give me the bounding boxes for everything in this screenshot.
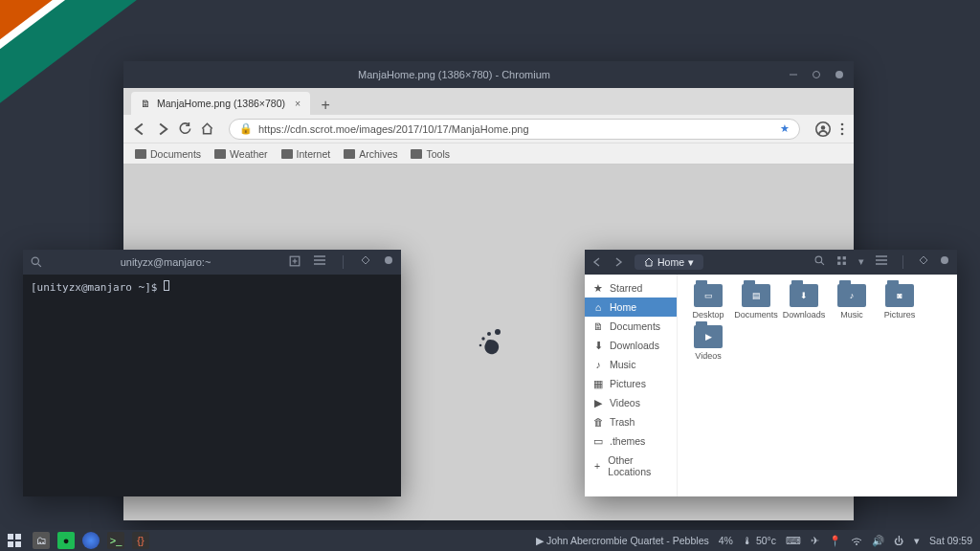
fm-content[interactable]: ▭Desktop▤Documents⬇Downloads♪Music◙Pictu… xyxy=(678,275,957,496)
address-bar[interactable]: 🔒 https://cdn.scrot.moe/images/2017/10/1… xyxy=(229,119,800,140)
search-icon[interactable] xyxy=(814,255,825,269)
svg-rect-26 xyxy=(843,262,846,265)
now-playing[interactable]: ▶John Abercrombie Quartet - Pebbles xyxy=(536,535,709,546)
sidebar-item-documents[interactable]: 🗎Documents xyxy=(585,317,677,336)
sidebar-item-music[interactable]: ♪Music xyxy=(585,355,677,374)
bookmark-folder[interactable]: Documents xyxy=(135,147,201,160)
minimize-button[interactable] xyxy=(361,255,370,269)
sidebar-item-pictures[interactable]: ▦Pictures xyxy=(585,374,677,393)
new-tab-icon[interactable] xyxy=(289,255,301,269)
star-icon[interactable]: ★ xyxy=(780,122,790,135)
dropdown-icon[interactable]: ▾ xyxy=(914,535,920,546)
folder-icon: ♪ xyxy=(837,284,866,307)
sidebar-item-starred[interactable]: ★Starred xyxy=(585,278,677,298)
terminal-titlebar[interactable]: unityzx@manjaro:~ xyxy=(23,250,401,275)
file-label: Documents xyxy=(734,310,778,320)
terminal-title: unityzx@manjaro:~ xyxy=(42,256,289,268)
close-button[interactable] xyxy=(384,255,393,269)
file-label: Desktop xyxy=(692,310,724,320)
minimize-button[interactable] xyxy=(919,255,928,269)
forward-button[interactable] xyxy=(156,122,169,136)
bookmarks-bar: Documents Weather Internet Archives Tool… xyxy=(123,143,854,165)
search-icon[interactable] xyxy=(31,256,42,268)
plus-icon: + xyxy=(592,460,602,472)
browser-tab[interactable]: 🗎 ManjaHome.png (1386×780) × xyxy=(131,92,310,115)
bookmark-folder[interactable]: Internet xyxy=(281,147,331,160)
cursor xyxy=(164,280,169,291)
path-chip[interactable]: Home ▾ xyxy=(635,254,703,270)
pic-icon: ▦ xyxy=(592,378,604,389)
sidebar-item-downloads[interactable]: ⬇Downloads xyxy=(585,336,677,355)
home-icon: ⌂ xyxy=(592,301,604,313)
hamburger-icon[interactable] xyxy=(314,255,325,269)
app-launcher[interactable] xyxy=(8,534,21,547)
sidebar-item-videos[interactable]: ▶Videos xyxy=(585,393,677,412)
terminal-body[interactable]: [unityzx@manjaro ~]$ xyxy=(23,275,401,496)
fm-nav xyxy=(592,257,623,267)
chevron-down-icon[interactable]: ▾ xyxy=(858,255,864,269)
close-button[interactable] xyxy=(940,255,949,269)
desktop-root: ManjaHome.png (1386×780) - Chromium 🗎 Ma… xyxy=(0,0,980,551)
close-button[interactable] xyxy=(833,68,846,81)
keyboard-icon[interactable]: ⌨ xyxy=(786,535,801,546)
minimize-button[interactable] xyxy=(787,68,800,81)
folder-desktop[interactable]: ▭Desktop xyxy=(687,284,729,320)
menu-button[interactable] xyxy=(840,122,844,136)
power-icon[interactable]: ⏻ xyxy=(894,535,904,546)
folder-icon xyxy=(344,149,355,159)
terminal-task-icon[interactable]: >_ xyxy=(107,532,124,549)
cpu-indicator[interactable]: 4% xyxy=(719,535,733,546)
maximize-button[interactable] xyxy=(810,68,823,81)
terminal-window: unityzx@manjaro:~ [unityzx@manjaro ~]$ xyxy=(23,250,401,496)
airplane-icon[interactable]: ✈ xyxy=(811,535,819,546)
browser-window-title: ManjaHome.png (1386×780) - Chromium xyxy=(131,69,777,80)
sidebar-item-trash[interactable]: 🗑Trash xyxy=(585,412,677,431)
terminal-toolbar-icons xyxy=(289,255,393,269)
forward-button[interactable] xyxy=(613,257,623,267)
bookmark-folder[interactable]: Weather xyxy=(214,147,268,160)
spotify-task-icon[interactable]: ● xyxy=(57,532,75,549)
volume-icon[interactable]: 🔊 xyxy=(872,535,884,547)
folder-music[interactable]: ♪Music xyxy=(831,284,873,320)
sidebar-item-home[interactable]: ⌂Home xyxy=(585,298,677,317)
close-tab-icon[interactable]: × xyxy=(295,98,301,109)
download-icon: ⬇ xyxy=(592,340,604,351)
hamburger-icon[interactable] xyxy=(876,255,887,269)
chevron-down-icon: ▾ xyxy=(688,256,694,268)
folder-documents[interactable]: ▤Documents xyxy=(735,284,777,320)
star-icon: ★ xyxy=(592,282,604,294)
sidebar-item-label: Other Locations xyxy=(608,454,669,477)
bottom-panel: 🗂 ● >_ {} ▶John Abercrombie Quartet - Pe… xyxy=(0,530,980,551)
folder-videos[interactable]: ▶Videos xyxy=(687,325,729,361)
file-manager-window: Home ▾ ▾ ★Starred⌂Home🗎Documents⬇Downloa… xyxy=(585,250,957,496)
bookmark-folder[interactable]: Tools xyxy=(411,147,450,160)
profile-button[interactable] xyxy=(815,121,831,137)
clock[interactable]: Sat 09:59 xyxy=(929,535,972,546)
bookmark-folder[interactable]: Archives xyxy=(344,147,397,160)
home-button[interactable] xyxy=(201,122,213,135)
chromium-task-icon[interactable] xyxy=(82,532,100,549)
code-task-icon[interactable]: {} xyxy=(132,532,149,549)
reload-button[interactable] xyxy=(179,122,191,135)
location-icon[interactable]: 📍 xyxy=(829,535,841,547)
bookmark-label: Archives xyxy=(359,148,397,160)
temp-indicator[interactable]: 🌡50°c xyxy=(743,535,776,546)
browser-titlebar[interactable]: ManjaHome.png (1386×780) - Chromium xyxy=(123,61,854,88)
sidebar-item-other-locations[interactable]: +Other Locations xyxy=(585,451,677,481)
back-button[interactable] xyxy=(133,122,146,136)
fm-titlebar[interactable]: Home ▾ ▾ xyxy=(585,250,957,275)
folder-icon xyxy=(214,149,226,159)
folder-icon: ⬇ xyxy=(790,284,818,307)
back-button[interactable] xyxy=(592,257,602,267)
sidebar-item--themes[interactable]: ▭.themes xyxy=(585,431,677,451)
folder-downloads[interactable]: ⬇Downloads xyxy=(783,284,825,320)
svg-point-11 xyxy=(479,344,481,347)
network-icon[interactable] xyxy=(851,536,862,545)
svg-point-30 xyxy=(941,256,948,264)
new-tab-button[interactable]: + xyxy=(316,96,335,115)
filemanager-task-icon[interactable]: 🗂 xyxy=(33,532,50,549)
view-options-icon[interactable] xyxy=(836,255,847,269)
task-icons: 🗂 ● >_ {} xyxy=(33,532,149,549)
svg-point-2 xyxy=(835,71,843,78)
folder-pictures[interactable]: ◙Pictures xyxy=(879,284,921,320)
